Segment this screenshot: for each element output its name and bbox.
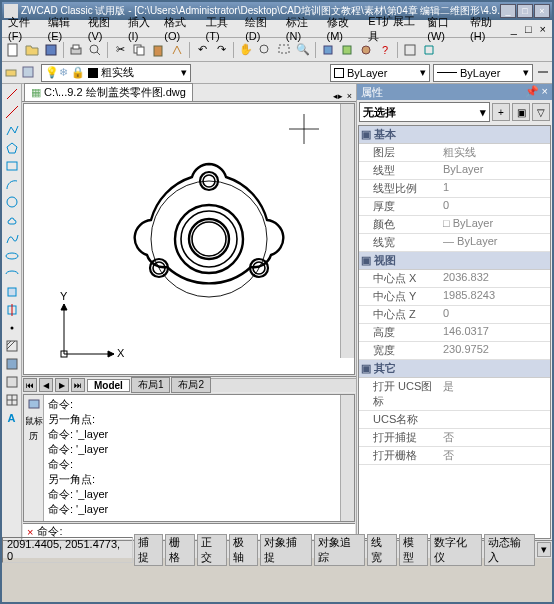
props-add-icon[interactable]: + <box>492 103 510 121</box>
rectangle-icon[interactable] <box>4 158 20 174</box>
circle-icon[interactable] <box>4 194 20 210</box>
linetype-btn-icon[interactable] <box>536 65 550 81</box>
color-dropdown[interactable]: ByLayer ▾ <box>330 64 430 82</box>
menu-draw[interactable]: 绘图(D) <box>241 14 282 43</box>
prop-value[interactable]: 0 <box>441 306 550 323</box>
help-icon[interactable]: ? <box>376 41 394 59</box>
make-block-icon[interactable] <box>4 302 20 318</box>
status-snap[interactable]: 捕捉 <box>134 534 164 566</box>
tab-last-icon[interactable]: ⏭ <box>71 378 85 392</box>
prop-row[interactable]: 宽度230.9752 <box>359 342 550 360</box>
match-icon[interactable] <box>168 41 186 59</box>
xline-icon[interactable] <box>4 104 20 120</box>
prop-value[interactable]: 230.9752 <box>441 342 550 359</box>
props-close-icon[interactable]: × <box>542 85 548 97</box>
layer-props-icon[interactable] <box>4 65 18 81</box>
prop-row[interactable]: 厚度0 <box>359 198 550 216</box>
tool4-icon[interactable] <box>401 41 419 59</box>
status-ortho[interactable]: 正交 <box>197 534 227 566</box>
cut-icon[interactable]: ✂ <box>111 41 129 59</box>
tab-model[interactable]: Model <box>87 379 130 392</box>
prop-value[interactable]: □ ByLayer <box>441 216 550 233</box>
prop-value[interactable]: — ByLayer <box>441 234 550 251</box>
revcloud-icon[interactable] <box>4 212 20 228</box>
prop-value[interactable]: 否 <box>441 447 550 464</box>
mtext-icon[interactable]: A <box>4 410 20 426</box>
prop-row[interactable]: 线型ByLayer <box>359 162 550 180</box>
maximize-button[interactable]: □ <box>517 4 533 18</box>
tab-layout2[interactable]: 布局2 <box>171 377 211 393</box>
prop-row[interactable]: 线型比例1 <box>359 180 550 198</box>
point-icon[interactable] <box>4 320 20 336</box>
cmd-tool1-icon[interactable] <box>27 397 41 413</box>
menu-tools[interactable]: 工具(T) <box>202 14 242 43</box>
doc-restore-button[interactable]: □ <box>521 22 536 36</box>
copy-icon[interactable] <box>130 41 148 59</box>
tool3-icon[interactable] <box>357 41 375 59</box>
doc-close-button[interactable]: × <box>536 22 550 36</box>
tool1-icon[interactable] <box>319 41 337 59</box>
paste-icon[interactable] <box>149 41 167 59</box>
prop-category[interactable]: ▣基本 <box>359 126 550 144</box>
prop-value[interactable]: ByLayer <box>441 162 550 179</box>
prop-value[interactable]: 146.0317 <box>441 324 550 341</box>
polygon-icon[interactable] <box>4 140 20 156</box>
layer-states-icon[interactable] <box>21 65 35 81</box>
preview-icon[interactable] <box>86 41 104 59</box>
prop-category[interactable]: ▣视图 <box>359 252 550 270</box>
prop-value[interactable]: 1985.8243 <box>441 288 550 305</box>
tab-close-icon[interactable]: × <box>347 91 352 101</box>
menu-window[interactable]: 窗口(W) <box>423 14 466 43</box>
tool2-icon[interactable] <box>338 41 356 59</box>
open-icon[interactable] <box>23 41 41 59</box>
menu-insert[interactable]: 插入(I) <box>124 14 160 43</box>
canvas-vscroll[interactable] <box>340 104 354 358</box>
prop-value[interactable] <box>441 411 550 428</box>
ellipse-arc-icon[interactable] <box>4 266 20 282</box>
gradient-icon[interactable] <box>4 356 20 372</box>
pan-icon[interactable]: ✋ <box>237 41 255 59</box>
undo-icon[interactable]: ↶ <box>193 41 211 59</box>
tab-prev-icon[interactable]: ◀ <box>39 378 53 392</box>
status-lweight[interactable]: 线宽 <box>367 534 397 566</box>
line-icon[interactable] <box>4 86 20 102</box>
props-select-icon[interactable]: ▣ <box>512 103 530 121</box>
insert-block-icon[interactable] <box>4 284 20 300</box>
prop-row[interactable]: 中心点 Y1985.8243 <box>359 288 550 306</box>
zoom-window-icon[interactable] <box>275 41 293 59</box>
cmd-tool2-icon[interactable]: 鼠标 <box>25 415 43 428</box>
prop-value[interactable]: 1 <box>441 180 550 197</box>
tool5-icon[interactable] <box>420 41 438 59</box>
prop-row[interactable]: UCS名称 <box>359 411 550 429</box>
tab-first-icon[interactable]: ⏮ <box>23 378 37 392</box>
properties-header[interactable]: 属性 📌 × <box>357 84 552 100</box>
prop-row[interactable]: 打开栅格否 <box>359 447 550 465</box>
save-icon[interactable] <box>42 41 60 59</box>
menu-format[interactable]: 格式(O) <box>160 14 201 43</box>
table-icon[interactable] <box>4 392 20 408</box>
menu-help[interactable]: 帮助(H) <box>466 14 507 43</box>
new-icon[interactable] <box>4 41 22 59</box>
redo-icon[interactable]: ↷ <box>212 41 230 59</box>
prop-row[interactable]: 线宽— ByLayer <box>359 234 550 252</box>
linetype-dropdown[interactable]: ByLayer ▾ <box>433 64 533 82</box>
drawing-canvas[interactable]: X Y <box>23 103 355 375</box>
status-dyn[interactable]: 动态输入 <box>484 534 535 566</box>
prop-row[interactable]: 中心点 Z0 <box>359 306 550 324</box>
prop-row[interactable]: 中心点 X2036.832 <box>359 270 550 288</box>
prop-value[interactable]: 否 <box>441 429 550 446</box>
menu-file[interactable]: 文件(F) <box>4 14 44 43</box>
props-filter-icon[interactable]: ▽ <box>532 103 550 121</box>
prop-row[interactable]: 图层粗实线 <box>359 144 550 162</box>
menu-dimension[interactable]: 标注(N) <box>282 14 323 43</box>
prop-row[interactable]: 颜色□ ByLayer <box>359 216 550 234</box>
props-pin-icon[interactable]: 📌 <box>525 85 539 97</box>
status-extra-icon[interactable]: ▾ <box>537 542 551 557</box>
prop-row[interactable]: 打开捕捉否 <box>359 429 550 447</box>
arc-icon[interactable] <box>4 176 20 192</box>
prop-category[interactable]: ▣其它 <box>359 360 550 378</box>
tab-next-icon[interactable]: ▶ <box>55 378 69 392</box>
menu-modify[interactable]: 修改(M) <box>323 14 365 43</box>
cmd-vscroll[interactable] <box>340 395 354 521</box>
layer-dropdown[interactable]: 💡 ❄ 🔒 粗实线 ▾ <box>41 64 191 82</box>
